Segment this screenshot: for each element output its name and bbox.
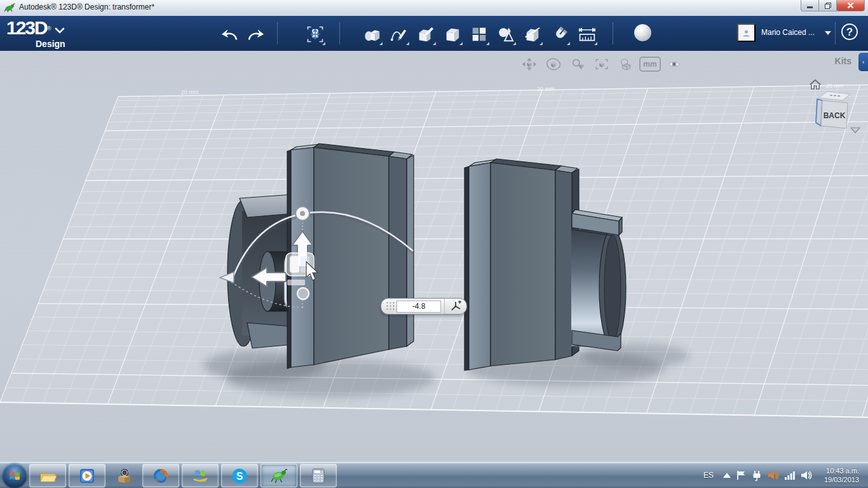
- eye-icon: [667, 57, 681, 71]
- toolbar-separator: [277, 22, 278, 44]
- taskbar-123d-button[interactable]: [261, 464, 297, 487]
- display-materials-button[interactable]: [615, 55, 637, 74]
- network-signal-icon: [785, 471, 795, 480]
- split-solid-tool[interactable]: [520, 21, 545, 48]
- view-cube-menu-button[interactable]: [850, 126, 860, 135]
- window-titlebar[interactable]: Autodesk® 123D® Design: transformer*: [0, 0, 868, 17]
- sketch-tool[interactable]: [386, 21, 412, 48]
- taskbar-game-button[interactable]: [108, 464, 140, 487]
- game-box-icon: [116, 468, 132, 484]
- value-drag-handle[interactable]: [381, 299, 397, 314]
- power-plug-icon: [752, 470, 762, 481]
- snap-magnet-icon: [551, 25, 569, 44]
- close-button[interactable]: [836, 0, 865, 11]
- app-menu-chevron-icon[interactable]: [55, 27, 65, 34]
- clock[interactable]: 10:43 a.m. 19/03/2013: [820, 466, 863, 485]
- primitives-tool[interactable]: [360, 21, 385, 48]
- modify-icon: [444, 25, 461, 44]
- volume-button[interactable]: [801, 470, 812, 480]
- modify-tool[interactable]: [440, 21, 465, 48]
- clock-time: 10:43 a.m.: [824, 466, 859, 475]
- viewport-3d[interactable]: 20 mm 20 mm 20 mm: [0, 51, 868, 463]
- view-cube[interactable]: BACK: [815, 89, 853, 131]
- pattern-tool[interactable]: [466, 21, 492, 48]
- taskbar: S 0 ES: [0, 462, 868, 488]
- visibility-button[interactable]: [663, 55, 685, 74]
- help-button[interactable]: ?: [841, 24, 858, 40]
- viewport-navbar: mm: [519, 55, 685, 74]
- network-button[interactable]: [785, 471, 795, 480]
- grid-ruler-label: 20 mm: [537, 86, 555, 93]
- user-icon: [742, 27, 750, 39]
- transform-value-input[interactable]: [397, 301, 441, 313]
- skype-letter: S: [236, 470, 243, 481]
- taskbar-firefox-button[interactable]: [142, 464, 179, 487]
- windows-flag-icon: [8, 470, 21, 482]
- fit-view-button[interactable]: [591, 55, 613, 74]
- window-title: Autodesk® 123D® Design: transformer*: [19, 3, 154, 11]
- manipulator-origin-handle[interactable]: [297, 288, 309, 299]
- restore-button[interactable]: [818, 0, 837, 11]
- app-menu[interactable]: 123D® Design: [6, 17, 51, 39]
- taskbar-explorer-button[interactable]: [29, 464, 66, 487]
- taskbar-skype-button[interactable]: S: [221, 464, 258, 487]
- pan-icon: [522, 56, 536, 72]
- app-volume-button[interactable]: [768, 470, 779, 480]
- undo-button[interactable]: [217, 21, 243, 48]
- action-center-button[interactable]: [736, 470, 746, 480]
- clock-date: 19/03/2013: [824, 475, 859, 484]
- app-logo-icon: [4, 3, 15, 13]
- construct-icon: [417, 25, 435, 44]
- redo-button[interactable]: [243, 21, 268, 48]
- account-avatar[interactable]: [737, 24, 756, 42]
- combine-tool[interactable]: [493, 21, 519, 48]
- axis-tripod-icon: [449, 301, 462, 312]
- ground-plane[interactable]: [0, 81, 868, 419]
- split-solid-icon: [524, 25, 541, 44]
- start-button[interactable]: [2, 463, 27, 488]
- construct-tool[interactable]: [413, 21, 438, 48]
- media-player-icon: [79, 468, 95, 484]
- transform-move-tool[interactable]: [302, 21, 328, 48]
- transform-axis-button[interactable]: [444, 299, 466, 314]
- undo-icon: [221, 27, 239, 41]
- units-button[interactable]: mm: [639, 57, 661, 72]
- zoom-button[interactable]: [567, 55, 588, 74]
- show-hidden-icons-button[interactable]: [723, 473, 731, 478]
- pattern-icon: [470, 25, 488, 44]
- chevron-up-icon: [723, 473, 731, 478]
- snap-tool[interactable]: [547, 21, 573, 48]
- measure-tool[interactable]: [574, 21, 600, 48]
- account-name[interactable]: Mario Caiced ...: [761, 28, 822, 37]
- kits-panel-toggle[interactable]: [858, 53, 868, 71]
- pan-button[interactable]: [519, 55, 540, 74]
- orbit-button[interactable]: [543, 55, 564, 74]
- taskbar-calculator-button[interactable]: 0: [300, 464, 337, 487]
- rotate-handle-dot: [300, 211, 305, 216]
- logo-reg: ®: [47, 25, 51, 32]
- language-indicator[interactable]: ES: [700, 470, 717, 480]
- firefox-icon: [153, 468, 169, 484]
- skype-icon: S: [231, 468, 248, 484]
- grid-ruler-label: 20 mm: [826, 83, 844, 90]
- speaker-icon: [801, 470, 812, 480]
- taskbar-messenger-button[interactable]: [182, 464, 219, 487]
- flag-icon: [736, 470, 746, 480]
- account-dropdown-caret-icon[interactable]: [825, 31, 831, 35]
- orbit-icon: [546, 56, 560, 72]
- fit-view-icon: [595, 56, 609, 72]
- close-icon: [847, 2, 854, 9]
- toolbar-separator: [613, 22, 613, 44]
- primitives-icon: [363, 25, 381, 44]
- power-plug-button[interactable]: [752, 470, 762, 481]
- render-material-tool[interactable]: [634, 24, 651, 41]
- scene-canvas[interactable]: [0, 51, 868, 463]
- toolbar-separator: [339, 22, 340, 44]
- minimize-button[interactable]: [801, 0, 819, 11]
- taskbar-mediaplayer-button[interactable]: [69, 464, 105, 487]
- view-cube-face-label: BACK: [824, 111, 846, 120]
- chevron-left-icon: [862, 58, 864, 66]
- zoom-icon: [571, 56, 585, 72]
- logo-123d: 123D: [6, 17, 47, 38]
- combine-icon: [497, 25, 515, 44]
